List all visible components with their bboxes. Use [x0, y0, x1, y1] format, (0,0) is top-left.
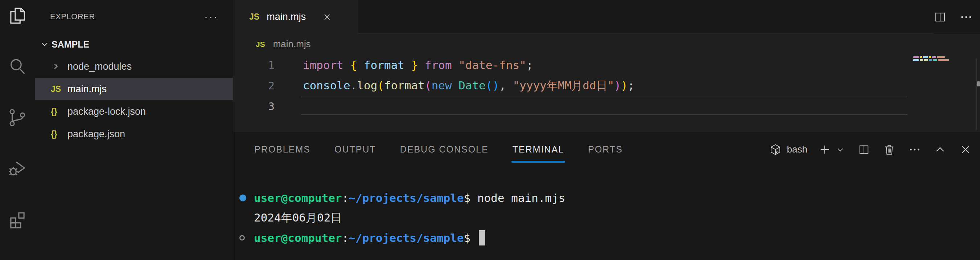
- explorer-item-node_modules[interactable]: node_modules: [35, 55, 233, 78]
- chevron-right-icon: [51, 61, 67, 72]
- file-label: node_modules: [67, 61, 132, 72]
- activity-bar-item-source-control[interactable]: [0, 107, 35, 158]
- js-file-icon: JS: [249, 12, 259, 22]
- activity-bar-item-run-debug[interactable]: [0, 158, 35, 209]
- minimap[interactable]: [913, 56, 957, 62]
- scrollbar-thumb[interactable]: [977, 81, 980, 86]
- editor-area: JS main.mjs JS main.mjs 1import: [233, 0, 980, 132]
- explorer-section-sample[interactable]: SAMPLE: [35, 33, 233, 55]
- sidebar-header: EXPLORER ···: [35, 0, 233, 33]
- code-line-content: console.log(format(new Date(), "yyyy年MM月…: [303, 78, 634, 93]
- line-number: 2: [233, 80, 275, 92]
- close-panel-icon[interactable]: [959, 143, 972, 156]
- section-title: SAMPLE: [51, 39, 89, 50]
- launch-profile-chevron-icon[interactable]: [836, 145, 845, 154]
- more-actions-icon[interactable]: [959, 10, 973, 24]
- main-area: JS main.mjs JS main.mjs 1import: [233, 0, 980, 260]
- terminal-viewport[interactable]: user@computer:~/projects/sample$ node ma…: [233, 167, 980, 260]
- panel-tabs: PROBLEMSOUTPUTDEBUG CONSOLETERMINALPORTS: [254, 132, 647, 167]
- kill-terminal-trash-icon[interactable]: [883, 143, 896, 156]
- prompt-decoration: [239, 235, 245, 240]
- tab-main-mjs[interactable]: JS main.mjs: [233, 0, 358, 34]
- file-label: package.json: [67, 129, 125, 140]
- source-control-icon: [7, 107, 28, 128]
- current-line-highlight: [301, 97, 907, 115]
- vscode-window: EXPLORER ··· SAMPLE node_modulesJSmain.m…: [0, 0, 980, 260]
- activity-bar: [0, 0, 35, 260]
- chevron-down-icon: [39, 39, 50, 50]
- tab-label: main.mjs: [267, 11, 306, 22]
- terminal-line: user@computer:~/projects/sample$ node ma…: [233, 188, 980, 208]
- panel-tab-ports[interactable]: PORTS: [588, 132, 623, 167]
- js-file-icon: JS: [51, 84, 67, 94]
- files-icon: [7, 5, 28, 26]
- terminal-cursor: [479, 230, 485, 246]
- editor-actions: [933, 0, 980, 34]
- panel-tab-debug-console[interactable]: DEBUG CONSOLE: [400, 132, 488, 167]
- close-icon[interactable]: [322, 12, 332, 22]
- breadcrumb-item[interactable]: main.mjs: [273, 38, 311, 50]
- line-number: 1: [233, 59, 275, 71]
- code-editor[interactable]: 1import { format } from "date-fns";2cons…: [233, 54, 980, 116]
- sidebar-title: EXPLORER: [50, 12, 204, 21]
- line-number: 3: [233, 100, 275, 113]
- new-terminal-icon[interactable]: [818, 143, 831, 156]
- maximize-panel-chevron-up-icon[interactable]: [934, 143, 947, 156]
- explorer-more-actions-icon[interactable]: ···: [204, 15, 218, 19]
- bottom-panel: PROBLEMSOUTPUTDEBUG CONSOLETERMINALPORTS…: [233, 132, 980, 260]
- panel-tab-problems[interactable]: PROBLEMS: [254, 132, 310, 167]
- shell-name: bash: [787, 144, 807, 155]
- code-line-1: 1import { format } from "date-fns";: [233, 54, 980, 75]
- split-terminal-icon[interactable]: [858, 143, 870, 156]
- activity-bar-item-explorer[interactable]: [0, 5, 35, 56]
- explorer-item-package-lock.json[interactable]: {}package-lock.json: [35, 100, 233, 123]
- explorer-item-package.json[interactable]: {}package.json: [35, 123, 233, 145]
- extensions-icon: [7, 209, 28, 230]
- run-debug-icon: [7, 158, 28, 179]
- overview-ruler: [976, 59, 977, 130]
- terminal-line: user@computer:~/projects/sample$: [233, 228, 980, 248]
- file-label: main.mjs: [67, 83, 107, 95]
- json-file-icon: {}: [51, 107, 67, 116]
- panel-actions: bash: [769, 132, 980, 167]
- panel-more-actions-icon[interactable]: [908, 143, 921, 156]
- terminal-line: 2024年06月02日: [233, 208, 980, 228]
- panel-header: PROBLEMSOUTPUTDEBUG CONSOLETERMINALPORTS…: [233, 132, 980, 167]
- editor-tab-bar: JS main.mjs: [233, 0, 980, 34]
- explorer-item-main.mjs[interactable]: JSmain.mjs: [35, 78, 233, 100]
- bash-terminal-icon: [769, 143, 782, 156]
- search-icon: [7, 56, 28, 77]
- explorer-file-list: node_modulesJSmain.mjs{}package-lock.jso…: [35, 55, 233, 145]
- js-file-icon: JS: [256, 40, 265, 49]
- file-label: package-lock.json: [67, 106, 146, 117]
- activity-bar-item-extensions[interactable]: [0, 209, 35, 260]
- json-file-icon: {}: [51, 129, 67, 139]
- split-editor-icon[interactable]: [933, 10, 947, 24]
- code-line-3: 3: [233, 96, 980, 116]
- panel-tab-terminal[interactable]: TERMINAL: [512, 132, 564, 167]
- code-line-content: import { format } from "date-fns";: [303, 59, 533, 72]
- breadcrumb[interactable]: JS main.mjs: [233, 34, 980, 54]
- command-success-decoration: [239, 194, 246, 201]
- activity-bar-item-search[interactable]: [0, 56, 35, 107]
- panel-tab-output[interactable]: OUTPUT: [334, 132, 376, 167]
- terminal-profile[interactable]: bash: [769, 143, 807, 156]
- code-line-2: 2console.log(format(new Date(), "yyyy年MM…: [233, 75, 980, 96]
- sidebar-explorer: EXPLORER ··· SAMPLE node_modulesJSmain.m…: [35, 0, 233, 260]
